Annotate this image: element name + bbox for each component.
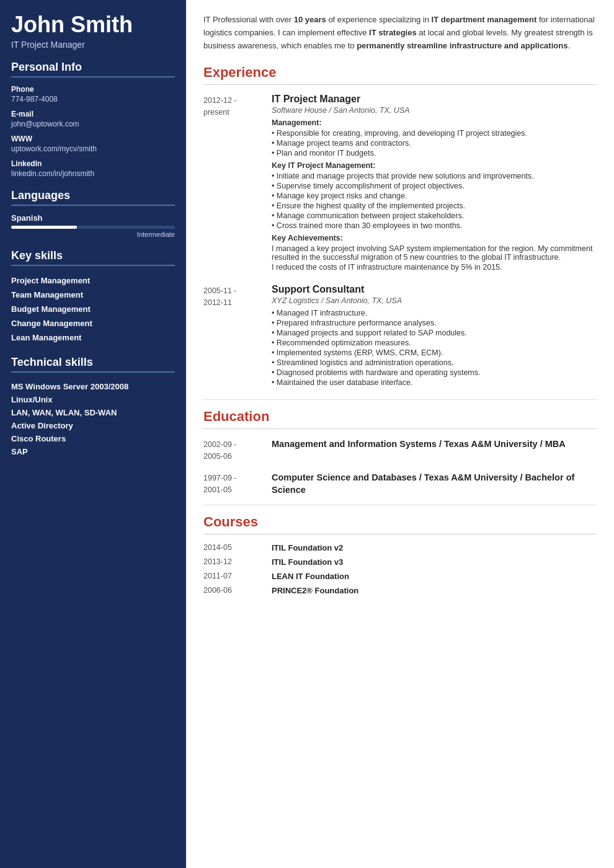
exp-content: IT Project Manager Software House / San … [272,94,597,273]
course-name: PRINCE2® Foundation [272,586,358,595]
main-content: IT Professional with over 10 years of ex… [186,0,614,868]
education-entry: 2002-09 - 2005-06 Management and Informa… [203,438,597,463]
resume-page: John Smith IT Project Manager Personal I… [0,0,614,868]
edu-date-end: 2001-05 [203,485,232,494]
course-entry: 2011-07 LEAN IT Foundation [203,572,597,581]
exp-bullet: • Responsible for creating, improving, a… [272,129,597,138]
exp-company: XYZ Logistics / San Antonio, TX, USA [272,296,597,305]
exp-date-end: 2012-11 [203,298,232,307]
course-name: ITIL Foundation v2 [272,543,343,552]
exp-bullet: • Supervise timely accomplishment of pro… [272,182,597,190]
course-entry: 2006-06 PRINCE2® Foundation [203,586,597,595]
exp-date-start: 2012-12 - [203,96,237,105]
key-skills-list: Project Management Team Management Budge… [11,273,175,345]
tech-item: Linux/Unix [11,393,175,406]
course-entry: 2014-05 ITIL Foundation v2 [203,543,597,552]
language-item: Spanish Intermediate [11,213,175,238]
edu-date-start: 1997-09 - [203,474,237,482]
summary-text: IT Professional with over 10 years of ex… [203,14,597,52]
edu-date-start: 2002-09 - [203,440,237,449]
exp-date-end: present [203,108,229,117]
email-value: john@uptowork.com [11,120,175,128]
course-date: 2013-12 [203,557,272,567]
divider [203,399,597,400]
edu-title: Computer Science and Databases / Texas A… [272,471,597,497]
tech-item: LAN, WAN, WLAN, SD-WAN [11,406,175,419]
exp-bullet: • Streamlined logistics and administrati… [272,358,597,367]
exp-company: Software House / San Antonio, TX, USA [272,106,597,115]
skill-item: Team Management [11,288,175,302]
www-value: uptowork.com/mycv/smith [11,144,175,153]
exp-subtitle: Key Achievements: [272,234,597,242]
personal-info-heading: Personal Info [11,61,175,78]
exp-bullet: • Maintained the user database interface… [272,378,597,387]
key-skills-heading: Key skills [11,249,175,266]
exp-bullet: • Managed projects and support related t… [272,329,597,337]
technical-skills-list: MS Windows Server 2003/2008 Linux/Unix L… [11,380,175,458]
tech-item: Active Directory [11,419,175,432]
edu-content: Management and Information Systems / Tex… [272,438,597,463]
tech-item: SAP [11,445,175,458]
course-name: ITIL Foundation v3 [272,557,343,567]
experience-entry: 2012-12 - present IT Project Manager Sof… [203,94,597,273]
exp-bullet: I reduced the costs of IT infrastructure… [272,263,597,272]
exp-subtitle: Management: [272,118,597,127]
course-date: 2014-05 [203,543,272,552]
language-name: Spanish [11,213,175,223]
phone-value: 774-987-4008 [11,95,175,104]
technical-skills-heading: Technical skills [11,356,175,373]
candidate-title: IT Project Manager [11,40,175,50]
exp-subtitle: Key IT Project Management: [272,161,597,170]
exp-content: Support Consultant XYZ Logistics / San A… [272,284,597,388]
course-name: LEAN IT Foundation [272,572,349,581]
edu-dates: 1997-09 - 2001-05 [203,471,272,497]
exp-bullet: • Cross trained more than 30 employees i… [272,221,597,230]
course-date: 2011-07 [203,572,272,581]
education-heading: Education [203,409,597,429]
exp-bullet: • Ensure the highest quality of the impl… [272,202,597,210]
exp-bullet: • Manage project teams and contractors. [272,139,597,148]
linkedin-label: LinkedIn [11,159,175,168]
exp-job-title: Support Consultant [272,284,597,295]
candidate-name: John Smith [11,12,175,37]
edu-content: Computer Science and Databases / Texas A… [272,471,597,497]
exp-bullet: • Initiate and manage projects that prov… [272,172,597,180]
experience-heading: Experience [203,64,597,85]
skill-item: Lean Management [11,330,175,345]
exp-bullet: • Manage key project risks and change. [272,192,597,200]
exp-bullet: • Implemented systems (ERP, WMS, CRM, EC… [272,348,597,357]
tech-item: Cisco Routers [11,432,175,445]
skill-item: Budget Management [11,302,175,316]
exp-bullet: • Managed IT infrastructure. [272,309,597,317]
exp-bullet: • Recommended optimization measures. [272,339,597,347]
exp-bullet: I managed a key project involving SAP sy… [272,244,597,262]
languages-heading: Languages [11,189,175,206]
tech-item: MS Windows Server 2003/2008 [11,380,175,393]
edu-title: Management and Information Systems / Tex… [272,438,597,450]
exp-bullet: • Prepared infrastructure performance an… [272,319,597,327]
experience-entry: 2005-11 - 2012-11 Support Consultant XYZ… [203,284,597,388]
exp-bullet: • Diagnosed problems with hardware and o… [272,368,597,377]
skill-item: Project Management [11,273,175,288]
sidebar: John Smith IT Project Manager Personal I… [0,0,186,868]
email-label: E-mail [11,110,175,118]
language-level: Intermediate [11,231,175,238]
edu-date-end: 2005-06 [203,452,232,461]
www-label: WWW [11,135,175,143]
language-bar-fill [11,226,77,229]
language-bar-track [11,226,175,229]
phone-label: Phone [11,85,175,94]
exp-job-title: IT Project Manager [272,94,597,105]
education-entry: 1997-09 - 2001-05 Computer Science and D… [203,471,597,497]
course-date: 2006-06 [203,586,272,595]
divider [203,505,597,505]
exp-date-start: 2005-11 - [203,286,237,295]
exp-bullet: • Manage communication between project s… [272,211,597,220]
exp-bullet: • Plan and monitor IT budgets. [272,149,597,157]
linkedin-value: linkedin.com/in/johnsmith [11,169,175,178]
exp-dates: 2005-11 - 2012-11 [203,284,272,388]
courses-heading: Courses [203,514,597,534]
course-entry: 2013-12 ITIL Foundation v3 [203,557,597,567]
skill-item: Change Management [11,316,175,330]
edu-dates: 2002-09 - 2005-06 [203,438,272,463]
